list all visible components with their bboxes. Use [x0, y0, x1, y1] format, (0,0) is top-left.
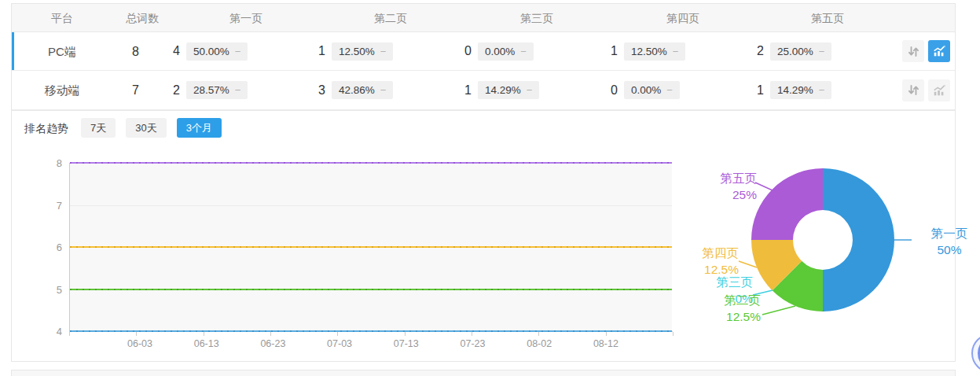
col-header-page4: 第四页: [648, 4, 718, 32]
x-axis-tick-label: 07-13: [379, 338, 434, 349]
page4-cell: 0 0.00%−: [591, 71, 717, 109]
x-axis-tick-label: 06-23: [245, 338, 300, 349]
trend-flat-icon: −: [819, 46, 825, 57]
page1-count: 2: [153, 83, 180, 98]
donut-label-page1: 第一页50%: [914, 225, 980, 258]
page5-cell: 1 14.29%−: [737, 71, 863, 109]
x-axis-tick: [538, 332, 539, 336]
table-row-pc[interactable]: PC端 8 4 50.00%− 1 12.50%− 0 0.00%− 1 12.…: [12, 32, 955, 71]
table-row-mobile[interactable]: 移动端 7 2 28.57%− 3 42.86%− 1 14.29%− 0 0.…: [12, 71, 955, 110]
page2-cell: 1 12.50%−: [299, 32, 424, 70]
y-axis-tick-label: 6: [35, 241, 62, 253]
y-axis-tick-label: 7: [35, 199, 62, 211]
page3-cell: 1 14.29%−: [445, 71, 571, 109]
x-axis-tick-label: 07-23: [446, 338, 501, 349]
total-words-value: 8: [90, 32, 139, 70]
trend-chart-icon: [932, 44, 946, 58]
trend-section-title: 排名趋势: [24, 119, 68, 138]
trend-flat-icon: −: [235, 46, 241, 57]
donut-label-page5: 第五页25%: [694, 170, 757, 203]
series-line-line-at-6: [70, 246, 672, 248]
trend-flat-icon: −: [235, 84, 241, 96]
trend-flat-icon: −: [380, 84, 387, 96]
x-axis-tick-label: 08-12: [578, 338, 633, 349]
trend-flat-icon: −: [380, 46, 387, 57]
col-header-page1: 第一页: [211, 4, 281, 32]
page2-count: 1: [299, 44, 325, 58]
y-axis-line: [69, 163, 70, 335]
page2-pct-badge: 42.86%−: [332, 81, 393, 99]
rank-overview-panel: 平台 总词数 第一页 第二页 第三页 第四页 第五页 PC端 8 4 50.00…: [11, 3, 956, 362]
y-axis-tick-label: 5: [35, 283, 62, 295]
x-axis-tick: [472, 332, 472, 336]
x-axis-tick-label: 08-02: [512, 338, 567, 349]
trend-flat-icon: −: [527, 84, 533, 96]
donut-leader-line: [739, 261, 757, 267]
page2-pct-badge: 12.50%−: [332, 42, 393, 61]
page2-cell: 3 42.86%−: [299, 71, 424, 109]
platform-label: PC端: [27, 32, 97, 70]
page5-count: 2: [737, 44, 764, 58]
tab-7-days[interactable]: 7天: [81, 118, 116, 138]
x-axis-tick: [69, 332, 70, 336]
up-down-arrows-icon: [907, 45, 920, 58]
page1-count: 4: [153, 44, 180, 58]
donut-slice-第五页[interactable]: [751, 168, 823, 240]
page1-cell: 4 50.00%−: [153, 32, 279, 70]
page1-cell: 2 28.57%−: [153, 71, 279, 109]
x-axis-tick: [136, 332, 137, 336]
page3-count: 1: [445, 83, 472, 98]
y-axis-tick-label: 8: [35, 157, 62, 169]
page4-cell: 1 12.50%−: [591, 32, 717, 70]
page5-pct-badge: 14.29%−: [770, 81, 831, 99]
tab-30-days[interactable]: 30天: [126, 118, 166, 138]
x-axis-tick: [337, 332, 338, 336]
next-section-panel: [11, 370, 956, 376]
show-trend-chart-button[interactable]: [928, 40, 950, 62]
up-down-arrows-icon: [907, 83, 920, 97]
trend-chart-icon: [932, 83, 946, 98]
show-trend-chart-button[interactable]: [928, 79, 950, 101]
gridline: [70, 205, 672, 206]
x-axis-tick: [270, 332, 271, 336]
x-axis-tick-label: 06-03: [112, 338, 167, 349]
page4-count: 1: [591, 44, 618, 58]
series-line-line-at-5: [70, 289, 672, 290]
sort-updown-button[interactable]: [902, 40, 924, 62]
page4-count: 0: [591, 83, 618, 98]
col-header-total-words: 总词数: [107, 4, 178, 32]
page4-pct-badge: 12.50%−: [624, 42, 685, 61]
sort-updown-button[interactable]: [902, 79, 924, 101]
donut-leader-line: [762, 306, 795, 315]
donut-slice-第一页[interactable]: [823, 168, 894, 311]
col-header-page3: 第三页: [501, 4, 572, 32]
series-line-line-at-4: [70, 330, 672, 332]
x-axis-tick: [204, 332, 204, 336]
tab-3-months[interactable]: 3个月: [177, 118, 222, 138]
series-line-line-at-8: [70, 162, 672, 164]
page3-cell: 0 0.00%−: [445, 32, 571, 70]
trend-flat-icon: −: [819, 84, 825, 96]
x-axis-tick: [606, 332, 607, 336]
x-axis-tick-label: 07-03: [312, 338, 367, 349]
floating-service-button[interactable]: [971, 334, 980, 373]
donut-label-page2: 第二页12.5%: [698, 292, 761, 325]
page3-count: 0: [445, 44, 472, 58]
trend-range-tabs: 7天 30天 3个月: [81, 118, 222, 138]
page2-count: 3: [299, 83, 325, 98]
x-axis-tick: [405, 332, 406, 336]
platform-label: 移动端: [27, 71, 97, 109]
trend-flat-icon: −: [520, 46, 527, 57]
y-axis-tick-label: 4: [35, 326, 62, 337]
page1-pct-badge: 28.57%−: [186, 81, 248, 99]
page4-pct-badge: 0.00%−: [624, 81, 680, 99]
page5-pct-badge: 25.00%−: [770, 42, 831, 61]
page1-pct-badge: 50.00%−: [186, 42, 248, 61]
trend-flat-icon: −: [666, 84, 673, 96]
page3-pct-badge: 14.29%−: [478, 81, 539, 99]
total-words-value: 7: [90, 71, 139, 109]
donut-label-page4: 第四页12.5%: [676, 245, 739, 278]
page3-pct-badge: 0.00%−: [478, 42, 534, 61]
x-axis-tick: [673, 332, 674, 336]
donut-leader-line: [755, 182, 773, 190]
